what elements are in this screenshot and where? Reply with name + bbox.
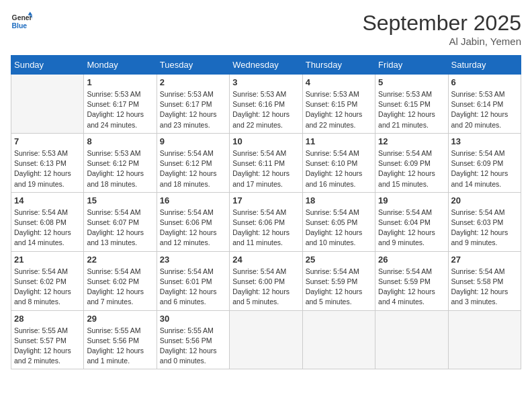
day-header-thursday: Thursday [302, 56, 375, 75]
calendar-cell: 12Sunrise: 5:54 AM Sunset: 6:09 PM Dayli… [375, 133, 448, 192]
calendar-cell: 14Sunrise: 5:54 AM Sunset: 6:08 PM Dayli… [11, 192, 84, 251]
day-info: Sunrise: 5:53 AM Sunset: 6:15 PM Dayligh… [378, 89, 445, 130]
day-number: 29 [87, 314, 153, 324]
day-info: Sunrise: 5:54 AM Sunset: 6:02 PM Dayligh… [87, 267, 153, 308]
calendar-cell [11, 75, 84, 134]
day-number: 13 [451, 136, 518, 146]
day-number: 1 [87, 77, 153, 87]
week-row-2: 7Sunrise: 5:53 AM Sunset: 6:13 PM Daylig… [11, 133, 521, 192]
calendar-cell: 22Sunrise: 5:54 AM Sunset: 6:02 PM Dayli… [84, 251, 157, 310]
day-info: Sunrise: 5:54 AM Sunset: 6:02 PM Dayligh… [14, 267, 81, 308]
page-header: General Blue September 2025 Al Jabin, Ye… [11, 11, 521, 47]
logo-icon: General Blue [11, 11, 32, 32]
day-number: 4 [306, 77, 372, 87]
calendar-cell: 16Sunrise: 5:54 AM Sunset: 6:06 PM Dayli… [157, 192, 229, 251]
day-info: Sunrise: 5:53 AM Sunset: 6:13 PM Dayligh… [14, 148, 81, 189]
day-number: 26 [378, 255, 445, 265]
week-row-3: 14Sunrise: 5:54 AM Sunset: 6:08 PM Dayli… [11, 192, 521, 251]
day-header-tuesday: Tuesday [157, 56, 229, 75]
calendar-cell: 21Sunrise: 5:54 AM Sunset: 6:02 PM Dayli… [11, 251, 84, 310]
calendar-body: 1Sunrise: 5:53 AM Sunset: 6:17 PM Daylig… [11, 75, 521, 369]
day-info: Sunrise: 5:54 AM Sunset: 6:04 PM Dayligh… [378, 208, 445, 248]
day-info: Sunrise: 5:54 AM Sunset: 6:01 PM Dayligh… [160, 267, 226, 308]
day-info: Sunrise: 5:54 AM Sunset: 6:10 PM Dayligh… [306, 148, 372, 189]
calendar-cell [448, 310, 521, 369]
calendar-cell: 4Sunrise: 5:53 AM Sunset: 6:15 PM Daylig… [302, 75, 375, 134]
day-info: Sunrise: 5:54 AM Sunset: 6:09 PM Dayligh… [451, 148, 518, 189]
calendar-cell: 28Sunrise: 5:55 AM Sunset: 5:57 PM Dayli… [11, 310, 84, 369]
day-number: 21 [14, 255, 81, 265]
day-number: 23 [160, 255, 226, 265]
calendar-cell: 2Sunrise: 5:53 AM Sunset: 6:17 PM Daylig… [157, 75, 229, 134]
day-number: 30 [160, 314, 226, 324]
day-number: 10 [232, 136, 299, 146]
day-info: Sunrise: 5:53 AM Sunset: 6:17 PM Dayligh… [87, 89, 153, 130]
svg-text:General: General [12, 14, 32, 21]
calendar-cell: 18Sunrise: 5:54 AM Sunset: 6:05 PM Dayli… [302, 192, 375, 251]
week-row-5: 28Sunrise: 5:55 AM Sunset: 5:57 PM Dayli… [11, 310, 521, 369]
day-header-monday: Monday [84, 56, 157, 75]
day-info: Sunrise: 5:55 AM Sunset: 5:56 PM Dayligh… [160, 326, 226, 367]
day-number: 27 [451, 255, 518, 265]
calendar-cell: 17Sunrise: 5:54 AM Sunset: 6:06 PM Dayli… [230, 192, 302, 251]
day-info: Sunrise: 5:54 AM Sunset: 6:06 PM Dayligh… [160, 208, 226, 248]
day-info: Sunrise: 5:54 AM Sunset: 6:09 PM Dayligh… [378, 148, 445, 189]
day-info: Sunrise: 5:54 AM Sunset: 5:59 PM Dayligh… [306, 267, 372, 308]
day-info: Sunrise: 5:53 AM Sunset: 6:12 PM Dayligh… [87, 148, 153, 189]
calendar-cell: 7Sunrise: 5:53 AM Sunset: 6:13 PM Daylig… [11, 133, 84, 192]
day-info: Sunrise: 5:53 AM Sunset: 6:15 PM Dayligh… [306, 89, 372, 130]
svg-marker-2 [28, 12, 32, 15]
day-info: Sunrise: 5:53 AM Sunset: 6:16 PM Dayligh… [232, 89, 299, 130]
calendar-cell: 15Sunrise: 5:54 AM Sunset: 6:07 PM Dayli… [84, 192, 157, 251]
day-number: 7 [14, 136, 81, 146]
day-info: Sunrise: 5:54 AM Sunset: 6:03 PM Dayligh… [451, 208, 518, 248]
day-info: Sunrise: 5:53 AM Sunset: 6:17 PM Dayligh… [160, 89, 226, 130]
calendar-cell: 9Sunrise: 5:54 AM Sunset: 6:12 PM Daylig… [157, 133, 229, 192]
day-number: 17 [232, 195, 299, 205]
title-area: September 2025 Al Jabin, Yemen [362, 11, 521, 47]
calendar-cell [302, 310, 375, 369]
day-info: Sunrise: 5:54 AM Sunset: 6:06 PM Dayligh… [232, 208, 299, 248]
week-row-4: 21Sunrise: 5:54 AM Sunset: 6:02 PM Dayli… [11, 251, 521, 310]
logo: General Blue [11, 11, 32, 32]
calendar-cell: 23Sunrise: 5:54 AM Sunset: 6:01 PM Dayli… [157, 251, 229, 310]
day-info: Sunrise: 5:54 AM Sunset: 6:11 PM Dayligh… [232, 148, 299, 189]
day-header-sunday: Sunday [11, 56, 84, 75]
calendar-cell [230, 310, 302, 369]
day-header-friday: Friday [375, 56, 448, 75]
day-info: Sunrise: 5:55 AM Sunset: 5:56 PM Dayligh… [87, 326, 153, 367]
day-number: 19 [378, 195, 445, 205]
day-number: 5 [378, 77, 445, 87]
day-info: Sunrise: 5:54 AM Sunset: 6:12 PM Dayligh… [160, 148, 226, 189]
calendar-table: SundayMondayTuesdayWednesdayThursdayFrid… [11, 55, 521, 369]
calendar-cell: 13Sunrise: 5:54 AM Sunset: 6:09 PM Dayli… [448, 133, 521, 192]
day-header-wednesday: Wednesday [230, 56, 302, 75]
day-info: Sunrise: 5:54 AM Sunset: 6:08 PM Dayligh… [14, 208, 81, 248]
location: Al Jabin, Yemen [362, 36, 521, 47]
calendar-cell: 30Sunrise: 5:55 AM Sunset: 5:56 PM Dayli… [157, 310, 229, 369]
month-title: September 2025 [362, 11, 521, 36]
calendar-cell: 20Sunrise: 5:54 AM Sunset: 6:03 PM Dayli… [448, 192, 521, 251]
calendar-cell [375, 310, 448, 369]
day-number: 9 [160, 136, 226, 146]
day-header-saturday: Saturday [448, 56, 521, 75]
svg-text:Blue: Blue [12, 22, 28, 30]
calendar-cell: 8Sunrise: 5:53 AM Sunset: 6:12 PM Daylig… [84, 133, 157, 192]
day-number: 6 [451, 77, 518, 87]
day-number: 11 [306, 136, 372, 146]
day-number: 2 [160, 77, 226, 87]
calendar-cell: 24Sunrise: 5:54 AM Sunset: 6:00 PM Dayli… [230, 251, 302, 310]
calendar-cell: 26Sunrise: 5:54 AM Sunset: 5:59 PM Dayli… [375, 251, 448, 310]
calendar-cell: 1Sunrise: 5:53 AM Sunset: 6:17 PM Daylig… [84, 75, 157, 134]
day-number: 22 [87, 255, 153, 265]
day-number: 14 [14, 195, 81, 205]
day-number: 20 [451, 195, 518, 205]
day-info: Sunrise: 5:54 AM Sunset: 5:59 PM Dayligh… [378, 267, 445, 308]
calendar-cell: 10Sunrise: 5:54 AM Sunset: 6:11 PM Dayli… [230, 133, 302, 192]
calendar-cell: 19Sunrise: 5:54 AM Sunset: 6:04 PM Dayli… [375, 192, 448, 251]
day-info: Sunrise: 5:54 AM Sunset: 5:58 PM Dayligh… [451, 267, 518, 308]
day-number: 15 [87, 195, 153, 205]
day-info: Sunrise: 5:55 AM Sunset: 5:57 PM Dayligh… [14, 326, 81, 367]
day-number: 16 [160, 195, 226, 205]
day-number: 28 [14, 314, 81, 324]
